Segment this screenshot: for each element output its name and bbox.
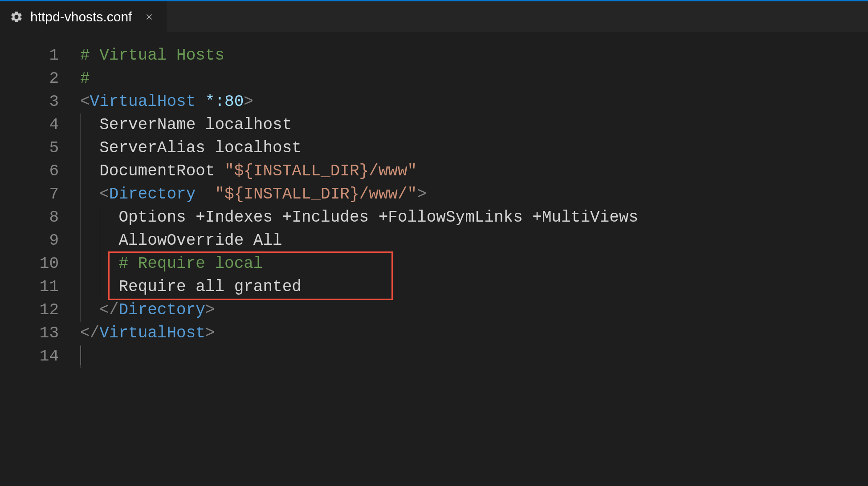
code-line-7[interactable]: <Directory "${INSTALL_DIR}/www/"> — [80, 183, 868, 206]
line-number: 13 — [0, 322, 59, 345]
line-gutter: 1 2 3 4 5 6 7 8 9 10 11 12 13 14 — [0, 44, 80, 368]
code-line-5[interactable]: ServerAlias localhost — [80, 137, 868, 160]
code-line-4[interactable]: ServerName localhost — [80, 113, 868, 137]
line-number: 7 — [0, 183, 59, 206]
code-line-1[interactable]: # Virtual Hosts — [80, 44, 868, 67]
gear-icon — [10, 10, 23, 24]
line-number: 1 — [0, 44, 59, 67]
code-line-2[interactable]: # — [80, 67, 868, 90]
code-area[interactable]: # Virtual Hosts # <VirtualHost *:80> Ser… — [80, 44, 868, 368]
code-line-3[interactable]: <VirtualHost *:80> — [80, 90, 868, 113]
close-icon[interactable] — [144, 12, 154, 22]
line-number: 4 — [0, 113, 59, 137]
code-editor[interactable]: 1 2 3 4 5 6 7 8 9 10 11 12 13 14 # Virtu… — [0, 32, 868, 368]
line-number: 10 — [0, 252, 59, 275]
line-number: 3 — [0, 90, 59, 113]
line-number: 8 — [0, 206, 59, 229]
code-line-9[interactable]: AllowOverride All — [80, 229, 868, 252]
tab-filename: httpd-vhosts.conf — [30, 9, 132, 24]
line-number: 14 — [0, 345, 59, 368]
line-number: 11 — [0, 275, 59, 299]
tab-active[interactable]: httpd-vhosts.conf — [0, 1, 167, 32]
code-line-8[interactable]: Options +Indexes +Includes +FollowSymLin… — [80, 206, 868, 229]
code-line-12[interactable]: </Directory> — [80, 299, 868, 322]
code-line-6[interactable]: DocumentRoot "${INSTALL_DIR}/www" — [80, 160, 868, 183]
code-line-14[interactable] — [80, 345, 868, 368]
code-line-13[interactable]: </VirtualHost> — [80, 322, 868, 345]
line-number: 2 — [0, 67, 59, 90]
tab-bar: httpd-vhosts.conf — [0, 1, 868, 32]
code-line-10[interactable]: # Require local — [80, 252, 868, 275]
code-line-11[interactable]: Require all granted — [80, 275, 868, 299]
line-number: 5 — [0, 137, 59, 160]
line-number: 12 — [0, 299, 59, 322]
line-number: 6 — [0, 160, 59, 183]
line-number: 9 — [0, 229, 59, 252]
